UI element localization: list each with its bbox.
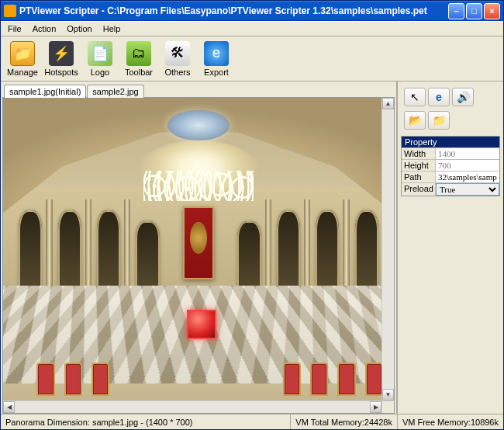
logo-button[interactable]: 📄 Logo (81, 39, 119, 79)
column (124, 199, 130, 297)
height-field[interactable] (436, 160, 499, 171)
toolbar-icon: 🗂 (126, 41, 151, 66)
arch (355, 210, 378, 297)
titlebar[interactable]: PTViewer Scripter - C:\Program Files\Eas… (1, 1, 503, 21)
close-button[interactable]: × (484, 3, 500, 19)
scene (3, 98, 394, 401)
export-button[interactable]: e Export (198, 39, 235, 79)
window-title: PTViewer Scripter - C:\Program Files\Eas… (19, 5, 447, 16)
menubar: File Action Option Help (1, 21, 503, 36)
column (265, 199, 271, 297)
status-vm-total: VM Total Memory:24428k (291, 414, 398, 429)
arch (58, 210, 81, 297)
folder-icon: 📁 (10, 41, 35, 66)
width-field[interactable] (436, 148, 499, 159)
arch (19, 210, 42, 297)
property-grid: Property Width Height Path Preload (401, 136, 500, 196)
maximize-button[interactable]: □ (466, 3, 482, 19)
ie-icon: e (204, 41, 229, 66)
chair (312, 364, 326, 394)
hotspots-button[interactable]: ⚡ Hotspots (43, 39, 80, 79)
chair (367, 364, 381, 394)
canvas-wrap: ▲ ▼ (3, 98, 394, 401)
property-row-width: Width (402, 147, 499, 159)
horizontal-scrollbar[interactable]: ◀ ▶ (3, 401, 394, 413)
pointer-icon: ↖ (410, 91, 419, 103)
tab-sample2[interactable]: sample2.jpg (87, 85, 143, 98)
chair (66, 364, 81, 394)
property-name: Width (402, 148, 436, 159)
oculus (167, 110, 230, 140)
column (343, 199, 349, 297)
chair (38, 364, 53, 394)
folder-search-icon: 📁 (433, 114, 446, 127)
app-window: PTViewer Scripter - C:\Program Files\Eas… (0, 0, 504, 430)
others-button[interactable]: 🛠 Others (159, 39, 196, 79)
menu-file[interactable]: File (2, 23, 27, 35)
main-toolbar: 📁 Manage ⚡ Hotspots 📄 Logo 🗂 Toolbar 🛠 O… (1, 36, 503, 81)
hotspots-icon: ⚡ (49, 41, 74, 66)
app-icon (4, 5, 16, 17)
main-area: sample1.jpg(Initial) sample2.jpg (1, 81, 503, 414)
sound-tool[interactable]: 🔊 (452, 88, 474, 106)
minimize-button[interactable]: – (448, 3, 464, 19)
property-name: Preload (402, 183, 436, 196)
others-icon: 🛠 (165, 41, 190, 66)
vertical-scrollbar[interactable]: ▲ ▼ (381, 98, 394, 401)
property-header: Property (402, 137, 499, 147)
preview-tool[interactable]: e (428, 88, 450, 106)
folder-open-icon: 📂 (409, 114, 422, 127)
scroll-down-button[interactable]: ▼ (382, 389, 394, 401)
menu-help[interactable]: Help (98, 23, 126, 35)
column (46, 199, 52, 297)
property-row-path: Path (402, 171, 499, 182)
side-panel: ↖ e 🔊 📂 📁 Property Width Height Path (396, 81, 503, 414)
property-name: Path (402, 172, 436, 182)
arch (97, 210, 120, 297)
toolbar-button[interactable]: 🗂 Toolbar (120, 39, 157, 79)
scroll-right-button[interactable]: ▶ (370, 401, 381, 413)
sound-icon: 🔊 (457, 91, 470, 103)
property-row-preload: Preload True (402, 182, 499, 196)
property-name: Height (402, 160, 436, 171)
menu-option[interactable]: Option (61, 23, 97, 35)
manage-button[interactable]: 📁 Manage (4, 39, 41, 79)
chair (285, 364, 299, 394)
panorama-viewer: ▲ ▼ ◀ ▶ (2, 97, 395, 414)
preload-select[interactable]: True (436, 183, 499, 196)
menu-action[interactable]: Action (27, 23, 62, 35)
scroll-track[interactable] (382, 109, 394, 389)
property-row-height: Height (402, 159, 499, 171)
scroll-corner (381, 401, 394, 413)
image-tabs: sample1.jpg(Initial) sample2.jpg (2, 81, 395, 97)
chair (93, 364, 108, 394)
editor-pane: sample1.jpg(Initial) sample2.jpg (1, 81, 396, 414)
scroll-track[interactable] (15, 401, 370, 413)
status-dimension: Panorama Dimension: sample1.jpg - (1400 … (1, 414, 291, 429)
chair (339, 364, 354, 394)
arch (316, 210, 339, 297)
status-vm-free: VM Free Memory:10896k (398, 414, 503, 429)
open-tool[interactable]: 📂 (404, 111, 426, 130)
scroll-left-button[interactable]: ◀ (3, 401, 15, 413)
statusbar: Panorama Dimension: sample1.jpg - (1400 … (1, 414, 503, 429)
browse-tool[interactable]: 📁 (428, 111, 450, 130)
logo-icon: 📄 (88, 41, 112, 66)
side-toolbar: ↖ e 🔊 📂 📁 (401, 85, 500, 133)
column (304, 199, 310, 297)
pointer-tool[interactable]: ↖ (404, 88, 426, 106)
ie-icon: e (436, 91, 442, 103)
banner (183, 206, 214, 279)
path-field[interactable] (436, 172, 499, 182)
arch (277, 210, 300, 297)
tab-sample1[interactable]: sample1.jpg(Initial) (4, 85, 86, 98)
column (85, 199, 91, 297)
hotspot-marker[interactable] (187, 310, 216, 339)
chandelier-lights (143, 171, 253, 201)
panorama-canvas[interactable] (3, 98, 394, 401)
scroll-up-button[interactable]: ▲ (382, 98, 394, 109)
